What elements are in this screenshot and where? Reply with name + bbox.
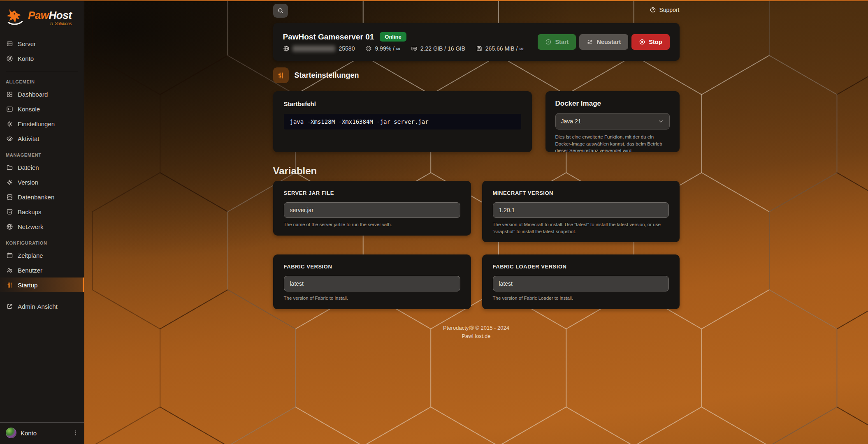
docker-image-select[interactable]: Java 21 <box>555 113 670 130</box>
stop-circle-icon <box>639 39 645 45</box>
stop-button[interactable]: Stop <box>631 34 669 50</box>
sliders-icon <box>6 282 13 289</box>
sidebar-item-einstellungen[interactable]: Einstellungen <box>0 116 84 131</box>
restart-button[interactable]: Neustart <box>579 34 628 50</box>
pawhost-logo[interactable]: PawHost IT-Solutions <box>0 0 84 32</box>
server-port: 25580 <box>339 45 355 52</box>
memory-icon <box>411 45 418 52</box>
minecraft-version-input[interactable] <box>493 202 669 218</box>
startup-command-value[interactable]: java -Xms128M -Xmx16384M -jar server.jar <box>284 114 521 130</box>
sidebar-item-konto[interactable]: Konto <box>0 51 84 66</box>
kebab-menu-icon[interactable] <box>72 430 79 436</box>
sidebar-item-zeitplaene[interactable]: Zeitpläne <box>0 248 84 263</box>
sliders-icon <box>273 67 289 83</box>
server-jar-file-input[interactable] <box>284 202 460 218</box>
startup-section-header: Starteinstellungen <box>273 67 680 83</box>
chevron-down-icon <box>658 118 664 125</box>
sidebar-item-label: Konto <box>18 55 34 62</box>
sidebar-item-startup[interactable]: Startup <box>0 278 84 292</box>
users-icon <box>6 267 13 274</box>
sidebar-item-admin-ansicht[interactable]: Admin-Ansicht <box>0 299 84 314</box>
sidebar-item-label: Aktivität <box>18 135 39 142</box>
variables-heading: Variablen <box>273 165 680 177</box>
sidebar: PawHost IT-Solutions Server Konto ALLGEM… <box>0 0 84 444</box>
sidebar-item-label: Datenbanken <box>18 194 54 201</box>
logo-tagline: IT-Solutions <box>28 22 72 26</box>
variable-help: The version of Fabric Loader to install. <box>493 295 669 302</box>
restart-label: Neustart <box>596 39 621 45</box>
section-title-konfiguration: KONFIGURATION <box>0 234 84 248</box>
sidebar-item-label: Zeitpläne <box>18 252 43 259</box>
start-button[interactable]: Start <box>538 34 576 50</box>
server-stats: 25580 9.99% / ∞ 2.22 GiB / <box>283 45 524 52</box>
fabric-version-input[interactable] <box>284 276 460 291</box>
variable-help: The version of Fabric to install. <box>284 295 460 302</box>
disk-value: 265.66 MiB / ∞ <box>485 45 523 52</box>
network-globe-icon <box>283 45 290 52</box>
docker-image-help: Dies ist eine erweiterte Funktion, mit d… <box>555 134 670 154</box>
sidebar-item-version[interactable]: Version <box>0 175 84 190</box>
sidebar-item-dateien[interactable]: Dateien <box>0 160 84 175</box>
variable-card-fabric-version: FABRIC VERSION The version of Fabric to … <box>273 254 471 309</box>
account-label: Konto <box>21 430 68 437</box>
search-icon <box>277 7 284 14</box>
sidebar-primary-nav: Server Konto <box>0 32 84 66</box>
sidebar-item-label: Startup <box>18 282 37 289</box>
stat-address: 25580 <box>283 45 355 52</box>
external-link-icon <box>6 303 13 310</box>
variable-help: The name of the server jarfile to run th… <box>284 221 460 228</box>
startup-section-title: Starteinstellungen <box>295 71 359 80</box>
sidebar-item-benutzer[interactable]: Benutzer <box>0 263 84 278</box>
docker-image-selected: Java 21 <box>561 118 581 125</box>
sidebar-item-label: Admin-Ansicht <box>18 303 58 310</box>
section-title-allgemein: ALLGEMEIN <box>0 73 84 87</box>
app-window: PawHost IT-Solutions Server Konto ALLGEM… <box>0 0 868 444</box>
topbar: Support <box>273 0 680 20</box>
sidebar-item-datenbanken[interactable]: Datenbanken <box>0 190 84 204</box>
stat-disk: 265.66 MiB / ∞ <box>476 45 523 52</box>
avatar <box>6 428 16 438</box>
dashboard-grid-icon <box>6 91 13 98</box>
server-icon <box>6 40 13 47</box>
stat-memory: 2.22 GiB / 16 GiB <box>411 45 465 52</box>
refresh-icon <box>587 39 593 45</box>
globe-icon <box>6 223 13 230</box>
fabric-loader-version-input[interactable] <box>493 276 669 291</box>
server-header-card: PawHost Gameserver 01 Online 25580 <box>273 23 680 61</box>
cpu-icon <box>365 45 372 52</box>
start-label: Start <box>555 39 569 45</box>
server-title: PawHost Gameserver 01 <box>283 32 374 42</box>
variable-help: The version of Minecraft to install. Use… <box>493 221 669 235</box>
sidebar-item-aktivitaet[interactable]: Aktivität <box>0 131 84 146</box>
server-ip-masked <box>292 46 335 52</box>
variable-label: MINECRAFT VERSION <box>493 190 669 196</box>
footer-line2[interactable]: PawHost.de <box>273 332 680 340</box>
support-label: Support <box>659 7 679 13</box>
account-row[interactable]: Konto <box>0 422 84 444</box>
sidebar-item-server[interactable]: Server <box>0 36 84 51</box>
database-icon <box>6 194 13 201</box>
sidebar-item-netzwerk[interactable]: Netzwerk <box>0 219 84 234</box>
support-link[interactable]: Support <box>650 7 679 13</box>
footer-line1: Pterodactyl® © 2015 - 2024 <box>273 324 680 332</box>
variable-card-server-jar-file: SERVER JAR FILE The name of the server j… <box>273 181 471 236</box>
sidebar-divider <box>6 71 78 71</box>
logo-wordmark: PawHost IT-Solutions <box>28 10 72 26</box>
search-button[interactable] <box>273 4 288 18</box>
folder-icon <box>6 164 13 171</box>
sidebar-item-backups[interactable]: Backups <box>0 204 84 219</box>
footer: Pterodactyl® © 2015 - 2024 PawHost.de <box>273 324 680 348</box>
sidebar-item-label: Einstellungen <box>18 120 55 127</box>
sidebar-item-label: Backups <box>18 208 42 215</box>
sidebar-item-label: Version <box>18 179 38 186</box>
variable-label: SERVER JAR FILE <box>284 190 460 196</box>
sidebar-item-konsole[interactable]: Konsole <box>0 102 84 116</box>
variable-label: FABRIC LOADER VERSION <box>493 264 669 270</box>
eye-icon <box>6 135 13 142</box>
command-label: Startbefehl <box>284 100 521 107</box>
sidebar-item-dashboard[interactable]: Dashboard <box>0 87 84 102</box>
section-title-management: MANAGEMENT <box>0 146 84 160</box>
memory-value: 2.22 GiB / 16 GiB <box>420 45 465 52</box>
status-badge: Online <box>380 32 406 42</box>
variable-label: FABRIC VERSION <box>284 264 460 270</box>
